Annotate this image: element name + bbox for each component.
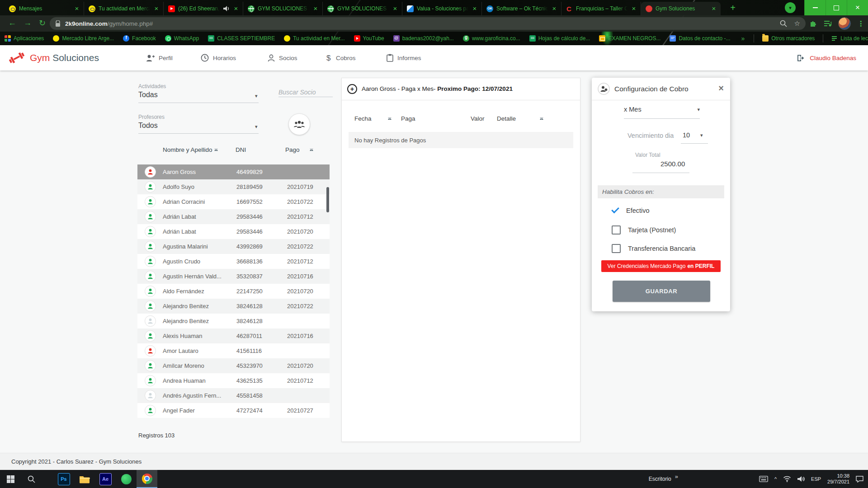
tab-search-button[interactable]: ▾ <box>785 2 796 13</box>
browser-tab[interactable]: GYM SOLUCIONES × <box>323 2 402 15</box>
member-row[interactable]: Angel Fader 47272474 20210727 <box>137 403 330 418</box>
checkbox-efectivo[interactable] <box>611 206 620 215</box>
browser-tab[interactable]: (26) Ed Sheeran, K... × <box>164 2 243 15</box>
taskbar-search-button[interactable] <box>21 470 42 488</box>
browser-tab[interactable]: GYM SOLUCIONES × <box>243 2 323 15</box>
member-row[interactable]: Amílcar Moreno 45323970 20210720 <box>137 358 330 373</box>
tab-audio-icon[interactable] <box>223 6 230 11</box>
taskbar-photoshop[interactable]: Ps <box>53 470 74 488</box>
valor-total-input[interactable]: 2500.00 <box>660 160 685 168</box>
col-header-nombre[interactable]: Nombre y Apellido <box>163 146 218 153</box>
option-tarjeta[interactable]: Tarjeta (Postnet) <box>611 225 676 235</box>
forward-button[interactable]: → <box>24 18 32 28</box>
browser-tab[interactable]: Tu actividad en Merca... × <box>84 2 164 15</box>
tab-close-icon[interactable]: × <box>472 5 478 12</box>
col-header-fecha[interactable]: Fecha <box>354 115 392 122</box>
vencimiento-select[interactable]: 10 <box>683 131 690 139</box>
address-bar[interactable]: 2k9online.com/gym/home.php# ☆ <box>50 17 806 30</box>
add-payment-button[interactable]: + <box>347 84 357 94</box>
member-row[interactable]: Alejandro Benitez 38246128 20210722 <box>137 299 330 314</box>
bookmark-item[interactable]: Datos de contacto -... <box>670 35 730 42</box>
tab-close-icon[interactable]: × <box>392 5 398 12</box>
bookmark-item[interactable]: Facebook <box>123 35 156 42</box>
window-maximize-button[interactable] <box>826 0 847 15</box>
guardar-button[interactable]: GUARDAR <box>613 281 710 302</box>
col-header-paga[interactable]: Paga <box>401 115 415 122</box>
member-row[interactable]: Agustina Malarini 43992869 20210722 <box>137 239 330 254</box>
browser-tab[interactable]: Valua - Soluciones par... × <box>402 2 482 15</box>
touch-keyboard-icon[interactable] <box>759 476 768 482</box>
tab-close-icon[interactable]: × <box>551 5 557 12</box>
new-tab-button[interactable]: + <box>727 2 739 14</box>
back-button[interactable]: ← <box>8 18 16 28</box>
tab-close-icon[interactable]: × <box>153 5 160 12</box>
start-button[interactable] <box>0 470 21 488</box>
bookmark-item[interactable]: WhatsApp <box>165 35 199 42</box>
browser-tab[interactable]: Software – Ok Técnico × <box>482 2 561 15</box>
member-row[interactable]: Amor Lautaro 41561116 <box>137 343 330 358</box>
browser-menu-icon[interactable]: ⋮ <box>857 19 864 28</box>
browser-tab[interactable]: Mensajes × <box>5 2 84 15</box>
member-row[interactable]: Andrea Huaman 43625135 20210712 <box>137 373 330 388</box>
zoom-icon[interactable] <box>780 20 787 27</box>
member-row[interactable]: Agustín Hernán Vald... 35320837 20210716 <box>137 269 330 284</box>
bookmark-item[interactable]: EXAMEN NEGROS... <box>599 35 660 42</box>
extensions-puzzle-icon[interactable] <box>809 19 817 28</box>
col-header-pago[interactable]: Pago <box>285 146 314 153</box>
dialog-close-icon[interactable]: × <box>718 83 724 94</box>
app-brand[interactable]: Gym Soluciones <box>8 49 99 66</box>
browser-tab[interactable]: Gym Soluciones × <box>641 2 721 15</box>
col-header-detalle[interactable]: Detalle <box>497 115 544 122</box>
extension-playlist-icon[interactable] <box>824 20 832 27</box>
col-header-dni[interactable]: DNI <box>236 146 246 153</box>
hidden-icons-chevron[interactable]: ^ <box>774 476 777 482</box>
actividades-select[interactable]: Actividades Todas ▾ <box>138 83 259 103</box>
nav-socios[interactable]: Socios <box>268 45 297 70</box>
col-header-valor[interactable]: Valor <box>471 115 485 122</box>
member-row[interactable]: Adrian Corracini 16697552 20210722 <box>137 194 330 209</box>
nav-perfil[interactable]: Perfil <box>146 45 173 70</box>
member-row[interactable]: Agustín Crudo 36688136 20210712 <box>137 254 330 269</box>
list-scrollbar[interactable] <box>326 187 329 212</box>
lock-icon[interactable] <box>55 20 61 27</box>
window-minimize-button[interactable] <box>804 0 826 15</box>
volume-icon[interactable] <box>797 476 805 482</box>
tab-close-icon[interactable]: × <box>711 5 717 12</box>
search-socio-input[interactable] <box>278 88 333 97</box>
checkbox-transferencia[interactable] <box>612 244 621 253</box>
nav-horarios[interactable]: Horarios <box>201 45 236 70</box>
checkbox-tarjeta[interactable] <box>612 225 621 235</box>
member-row[interactable]: Adolfo Suyo 28189459 20210719 <box>137 179 330 194</box>
bookmark-item[interactable]: badenas2002@yah... <box>393 35 454 42</box>
bookmark-item[interactable]: Aplicaciones <box>5 35 44 42</box>
action-center-icon[interactable] <box>856 476 863 483</box>
tab-close-icon[interactable]: × <box>631 5 637 12</box>
network-icon[interactable] <box>783 476 791 482</box>
otros-marcadores[interactable]: Otros marcadores <box>762 35 815 42</box>
member-row[interactable]: Aldo Fernández 22147250 20210720 <box>137 284 330 299</box>
taskbar-explorer[interactable] <box>74 470 95 488</box>
mercado-pago-banner[interactable]: Ver Credenciales Mercado Pago en PERFIL <box>601 260 721 272</box>
browser-tab[interactable]: Franquicias – Taller Ca... × <box>561 2 641 15</box>
lista-de-lectura[interactable]: Lista de lectura <box>831 35 868 42</box>
profile-avatar[interactable] <box>838 17 851 30</box>
member-row[interactable]: Andrés Agustín Fern... 45581458 <box>137 388 330 403</box>
bookmark-item[interactable]: Tu actividad en Mer... <box>284 35 344 42</box>
option-transferencia[interactable]: Transferencia Bancaria <box>611 244 695 253</box>
user-session[interactable]: Claudio Badenas <box>797 45 856 70</box>
taskbar-chrome[interactable] <box>137 470 157 488</box>
nav-cobros[interactable]: $ Cobros <box>326 45 356 70</box>
bookmark-item[interactable]: Mercado Libre Arge... <box>53 35 114 42</box>
nav-informes[interactable]: Informes <box>387 45 421 70</box>
tab-close-icon[interactable]: × <box>312 5 319 12</box>
member-row[interactable]: Adrián Labat 29583446 20210712 <box>137 209 330 224</box>
tab-close-icon[interactable]: × <box>74 5 80 12</box>
profesores-select[interactable]: Profesores Todos ▾ <box>138 114 259 134</box>
member-row[interactable]: Alexis Huaman 46287011 20210716 <box>137 328 330 343</box>
escritorio-toolbar[interactable]: Escritorio » <box>649 470 678 488</box>
bookmark-item[interactable]: Hojas de cálculo de... <box>529 35 590 42</box>
taskbar-aftereffects[interactable]: Ae <box>95 470 116 488</box>
taskbar-green-app[interactable] <box>116 470 137 488</box>
member-row[interactable]: Adrián Labat 29583446 20210720 <box>137 224 330 239</box>
tab-close-icon[interactable]: × <box>233 5 239 12</box>
